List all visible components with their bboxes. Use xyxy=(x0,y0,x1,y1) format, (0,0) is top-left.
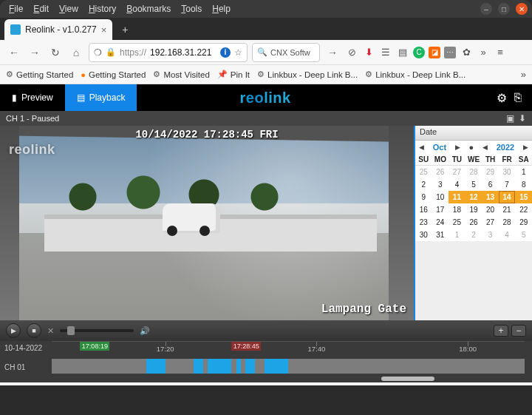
calendar-day[interactable]: 4 xyxy=(499,229,516,241)
snapshot-icon[interactable]: ▣ xyxy=(506,113,514,124)
video-viewport[interactable]: reolink 10/14/2022 17:28:45 FRI Lampang … xyxy=(0,126,415,320)
volume-thumb[interactable] xyxy=(67,326,75,335)
calendar-day[interactable]: 6 xyxy=(482,178,499,191)
close-button[interactable]: ✕ xyxy=(516,3,528,15)
bookmark-star-icon[interactable]: ☆ xyxy=(234,47,242,58)
url-input[interactable]: ❍ 🔒 https://192.168.31.221 i ☆ xyxy=(89,43,248,62)
bookmark-item[interactable]: 📌Pin It xyxy=(217,70,250,79)
year-prev-icon[interactable]: ◀ xyxy=(482,144,488,151)
calendar-day[interactable]: 2 xyxy=(466,229,482,241)
timeline-segment[interactable] xyxy=(208,359,231,374)
calendar-day[interactable]: 3 xyxy=(482,229,499,241)
play-button[interactable]: ▶ xyxy=(6,323,21,338)
new-tab-button[interactable]: + xyxy=(117,21,133,38)
calendar-day[interactable]: 26 xyxy=(466,216,482,229)
forward-button[interactable]: → xyxy=(27,44,43,61)
back-button[interactable]: ← xyxy=(6,44,22,61)
calendar-day[interactable]: 30 xyxy=(415,229,432,241)
exit-icon[interactable]: ⎘ xyxy=(514,91,522,105)
tab-close-icon[interactable]: × xyxy=(101,24,107,36)
menu-tools[interactable]: Tools xyxy=(177,2,206,16)
bookmark-item[interactable]: ⚙Linkbux - Deep Link B... xyxy=(257,70,358,79)
calendar-day[interactable]: 13 xyxy=(482,191,499,203)
timeline-segment[interactable] xyxy=(146,359,166,374)
calendar-day[interactable]: 3 xyxy=(432,178,449,191)
playback-tab[interactable]: ▤ Playback xyxy=(65,84,137,111)
calendar-day[interactable]: 23 xyxy=(415,216,432,229)
calendar-day[interactable]: 31 xyxy=(432,229,449,241)
calendar-day[interactable]: 10 xyxy=(432,191,449,203)
calendar-day[interactable]: 20 xyxy=(482,203,499,216)
calendar-day[interactable]: 27 xyxy=(482,216,499,229)
volume-slider[interactable] xyxy=(60,329,134,332)
preview-tab[interactable]: ▮ Preview xyxy=(0,84,65,111)
browser-tab[interactable]: Reolink - v1.0.277 × xyxy=(4,19,112,40)
month-next-icon[interactable]: ▶ xyxy=(455,144,460,151)
home-button[interactable]: ⌂ xyxy=(68,44,84,61)
calendar-day[interactable]: 26 xyxy=(432,166,449,178)
ext-orange-icon[interactable]: ◪ xyxy=(429,47,440,58)
timeline-segment[interactable] xyxy=(245,359,255,374)
calendar-day[interactable]: 5 xyxy=(466,178,482,191)
calendar-day[interactable]: 30 xyxy=(499,166,516,178)
calendar-day[interactable]: 7 xyxy=(499,178,516,191)
bookmark-item[interactable]: ⚙Getting Started xyxy=(6,70,73,79)
calendar-day[interactable]: 12 xyxy=(466,191,482,203)
timeline-segment[interactable] xyxy=(265,359,288,374)
minimize-button[interactable]: – xyxy=(480,3,492,15)
library-icon[interactable]: ☰ xyxy=(379,46,392,59)
calendar-day[interactable]: 8 xyxy=(515,178,532,191)
ext-gray-icon[interactable]: ⋯ xyxy=(444,47,456,58)
menu-view[interactable]: View xyxy=(55,2,83,16)
calendar-year[interactable]: 2022 xyxy=(497,143,514,152)
ext-green-icon[interactable]: C xyxy=(413,47,425,58)
calendar-day[interactable]: 9 xyxy=(415,191,432,203)
calendar-day[interactable]: 28 xyxy=(499,216,516,229)
calendar-day[interactable]: 25 xyxy=(415,166,432,178)
calendar-day[interactable]: 28 xyxy=(466,166,482,178)
timeline-track[interactable] xyxy=(52,359,525,374)
app-menu-icon[interactable]: ≡ xyxy=(494,46,507,59)
timeline-playhead-marker[interactable]: 17:28:45 xyxy=(231,342,261,351)
timeline-segment[interactable] xyxy=(194,359,203,374)
calendar-today-icon[interactable]: ● xyxy=(469,143,474,152)
bookmark-item[interactable]: ⚙Most Visited xyxy=(153,70,209,79)
mute-icon[interactable]: ✕ xyxy=(47,326,54,336)
calendar-day[interactable]: 25 xyxy=(449,216,466,229)
year-next-icon[interactable]: ▶ xyxy=(523,144,528,151)
maximize-button[interactable]: □ xyxy=(498,3,510,15)
calendar-day[interactable]: 15 xyxy=(515,191,532,203)
timeline[interactable]: 10-14-2022 CH 01 17:08:1917:28:4517:2017… xyxy=(0,341,532,382)
menu-history[interactable]: History xyxy=(84,2,120,16)
calendar-day[interactable]: 27 xyxy=(449,166,466,178)
month-prev-icon[interactable]: ◀ xyxy=(419,144,424,151)
calendar-day[interactable]: 29 xyxy=(482,166,499,178)
reader-button[interactable]: → xyxy=(324,44,341,61)
calendar-day[interactable]: 24 xyxy=(432,216,449,229)
bookmark-item[interactable]: ⚙Linkbux - Deep Link B... xyxy=(365,70,466,79)
permissions-icon[interactable]: i xyxy=(220,47,231,58)
bookmarks-overflow-icon[interactable]: » xyxy=(521,69,526,80)
gear-icon[interactable]: ⚙ xyxy=(497,91,507,105)
zoom-in-button[interactable]: + xyxy=(494,325,508,337)
timeline-start-marker[interactable]: 17:08:19 xyxy=(80,342,109,351)
download-icon[interactable]: ⬇ xyxy=(519,113,526,124)
pocket-icon[interactable]: ⊘ xyxy=(345,46,358,59)
speaker-icon[interactable]: 🔊 xyxy=(140,326,150,336)
calendar-day[interactable]: 2 xyxy=(415,178,432,191)
reload-button[interactable]: ↻ xyxy=(47,44,64,61)
calendar-month[interactable]: Oct xyxy=(433,143,446,152)
overflow-icon[interactable]: » xyxy=(477,46,490,59)
menu-help[interactable]: Help xyxy=(208,2,235,16)
calendar-day[interactable]: 1 xyxy=(449,229,466,241)
calendar-day[interactable]: 17 xyxy=(432,203,449,216)
menu-bookmarks[interactable]: Bookmarks xyxy=(122,2,175,16)
calendar-day[interactable]: 29 xyxy=(515,216,532,229)
calendar-day[interactable]: 11 xyxy=(449,191,466,203)
calendar-day[interactable]: 16 xyxy=(415,203,432,216)
stop-button[interactable]: ■ xyxy=(27,323,41,338)
search-input[interactable]: 🔍 CNX Softw xyxy=(252,43,320,62)
timeline-scroll-thumb[interactable] xyxy=(381,377,434,381)
bookmark-item[interactable]: ●Getting Started xyxy=(81,70,146,79)
sidebar-icon[interactable]: ▤ xyxy=(396,46,409,59)
